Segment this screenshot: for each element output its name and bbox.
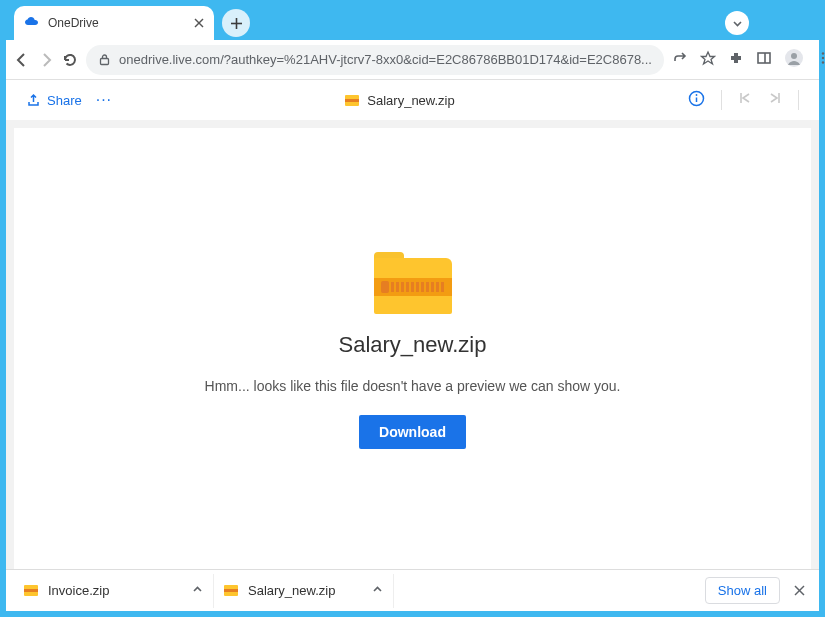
download-item-name: Salary_new.zip — [248, 583, 335, 598]
download-item[interactable]: Salary_new.zip — [214, 574, 394, 608]
svg-point-19 — [696, 94, 698, 96]
browser-tab[interactable]: OneDrive — [14, 6, 214, 40]
side-panel-icon[interactable] — [756, 50, 772, 70]
svg-marker-9 — [701, 52, 714, 64]
svg-point-14 — [822, 52, 824, 54]
zip-mini-icon — [24, 585, 38, 596]
header-filename-text: Salary_new.zip — [367, 93, 454, 108]
tab-search-button[interactable] — [725, 11, 749, 35]
more-actions-button[interactable]: ··· — [96, 91, 112, 109]
download-bar: Invoice.zip Salary_new.zip Show all — [6, 569, 819, 611]
profile-icon[interactable] — [784, 48, 804, 72]
chevron-up-icon[interactable] — [372, 583, 383, 598]
divider — [798, 90, 799, 110]
zip-mini-icon — [345, 95, 359, 106]
show-all-downloads-button[interactable]: Show all — [705, 577, 780, 604]
forward-button[interactable] — [38, 46, 54, 74]
share-label: Share — [47, 93, 82, 108]
download-button[interactable]: Download — [359, 415, 466, 449]
close-tab-button[interactable] — [194, 16, 204, 31]
tab-title: OneDrive — [48, 16, 99, 30]
reload-button[interactable] — [62, 46, 78, 74]
new-tab-button[interactable] — [222, 9, 250, 37]
chrome-menu-icon[interactable] — [816, 51, 825, 69]
info-icon[interactable] — [688, 90, 705, 111]
svg-rect-8 — [101, 59, 109, 65]
svg-rect-10 — [758, 53, 770, 63]
download-item[interactable]: Invoice.zip — [14, 574, 214, 608]
svg-point-13 — [791, 53, 797, 59]
bookmark-icon[interactable] — [700, 50, 716, 70]
lock-icon — [98, 53, 111, 66]
zip-folder-icon — [374, 252, 452, 314]
address-bar[interactable]: onedrive.live.com/?authkey=%21AHV-jtcrv7… — [86, 45, 664, 75]
svg-point-15 — [822, 56, 824, 58]
preview-message: Hmm... looks like this file doesn't have… — [205, 376, 621, 397]
share-page-icon[interactable] — [672, 50, 688, 70]
chevron-up-icon[interactable] — [192, 583, 203, 598]
url-text: onedrive.live.com/?authkey=%21AHV-jtcrv7… — [119, 52, 652, 67]
divider — [721, 90, 722, 110]
extensions-icon[interactable] — [728, 50, 744, 70]
svg-point-16 — [822, 61, 824, 63]
share-icon — [26, 93, 41, 108]
previous-item-icon[interactable] — [738, 91, 752, 109]
zip-mini-icon — [224, 585, 238, 596]
close-download-bar-button[interactable] — [788, 582, 811, 599]
next-item-icon[interactable] — [768, 91, 782, 109]
share-button[interactable]: Share — [26, 93, 82, 108]
download-item-name: Invoice.zip — [48, 583, 109, 598]
header-filename: Salary_new.zip — [122, 93, 678, 108]
file-title: Salary_new.zip — [339, 332, 487, 358]
back-button[interactable] — [14, 46, 30, 74]
onedrive-favicon-icon — [24, 15, 40, 31]
